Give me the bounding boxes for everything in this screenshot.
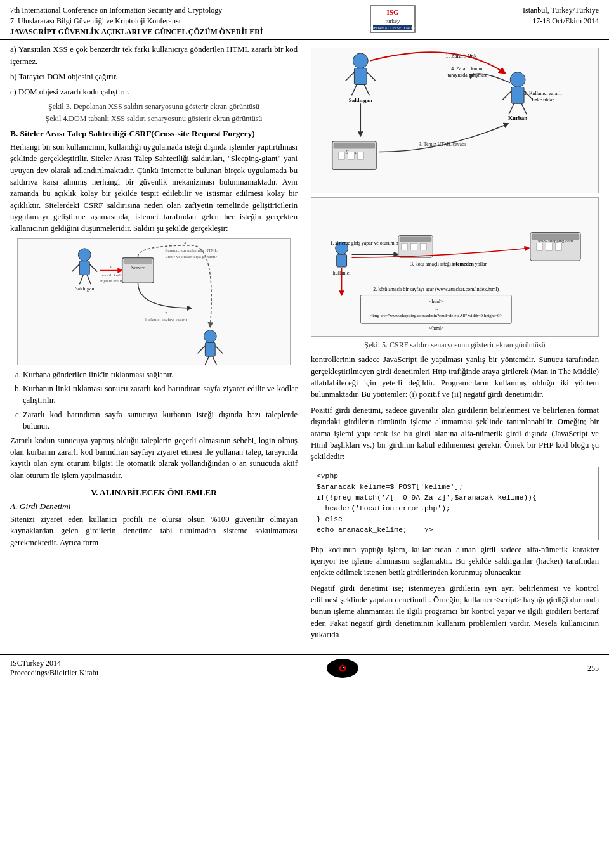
svg-text:enjekte edilir: enjekte edilir [100,278,123,283]
svg-point-5 [79,249,91,261]
right-para2: Pozitif girdi denetimi, sadece güvenilir… [311,405,599,463]
svg-text:3: 3 [184,240,187,245]
svg-rect-17 [124,259,153,264]
csrf-left-diagram: Saldırgan 1 zararlı kod enjekte edilir S… [17,238,290,365]
svg-point-30 [353,53,368,68]
svg-rect-6 [80,261,90,275]
svg-rect-69 [546,243,553,251]
left-column: a) Yansıtılan XSS e çok benzerdir tek fa… [6,40,304,648]
main-content: a) Yansıtılan XSS e çok benzerdir tek fa… [0,40,609,648]
svg-line-34 [351,85,357,96]
svg-rect-53 [357,152,363,160]
csrf-steps-list: Kurbana gönderilen link'in tıklanması sa… [10,369,298,432]
header-right: Istanbul, Turkey/Türkiye 17-18 Oct/Ekim … [523,5,599,27]
svg-text:</html>: </html> [428,325,443,331]
svg-rect-52 [348,152,354,160]
svg-rect-39 [511,87,524,104]
header-logo-area: ISG turkey INFORMATION SECURITY [370,5,416,33]
footer-proceedings-line2: Proceedings/Bildiriler Kitabı [10,668,98,678]
svg-line-40 [502,91,511,100]
svg-line-23 [216,346,223,353]
page-number: 255 [587,664,599,673]
svg-text:Sunucu, kuraçalanmış HTML: Sunucu, kuraçalanmış HTML [166,248,218,252]
subsection-a: A. Girdi Denetimi [10,502,298,512]
svg-text:3. kötü amaçlı isteği istemede: 3. kötü amaçlı isteği istemeden yollar [410,261,487,267]
csrf-right-diagram: kullanıcı 1. sisteme giriş yapar ve otur… [311,197,599,337]
paper-title: JAVASCRİPT GÜVENLİK AÇIKLARI VE GÜNCEL Ç… [10,27,263,37]
svg-point-20 [204,330,217,342]
dates: 17-18 Oct/Ekim 2014 [523,16,599,27]
svg-text:Saldırgan: Saldırgan [349,98,372,104]
svg-text:2: 2 [166,311,168,315]
svg-line-35 [364,85,369,96]
svg-rect-68 [537,243,543,251]
right-para1: kontrollerinin sadece JavaScript ile yap… [311,354,599,400]
svg-point-82 [343,667,344,668]
svg-text:tarayıcıda çalışması: tarayıcıda çalışması [447,72,487,78]
xss-diagram: Saldırgan 1. Zararlı link Kurban 2. Kull… [311,48,599,193]
right-column: Saldırgan 1. Zararlı link Kurban 2. Kull… [304,40,603,648]
svg-text:...: ... [434,306,438,312]
right-para3: Php kodunun yaptığı işlem, kullanıcıdan … [311,544,599,579]
header-left: 7th International Conference on Informat… [10,5,263,37]
svg-rect-62 [402,244,408,250]
step-a: Kurbana gönderilen link'in tıklanması sa… [23,369,298,380]
svg-line-10 [88,275,91,284]
svg-rect-21 [206,342,216,356]
fig3-caption-ref: Şekil 3. Depolanan XSS saldırı senaryosu… [10,102,298,112]
svg-line-22 [198,346,206,353]
svg-rect-50 [334,143,375,149]
svg-rect-64 [421,244,427,250]
location: Istanbul, Turkey/Türkiye [523,5,599,16]
section-b-heading: B. Siteler Arası Talep Sahteciliği-CSRF(… [10,129,298,139]
svg-line-42 [509,104,514,115]
svg-rect-61 [400,237,432,242]
conference-title-line1: 7th International Conference on Informat… [10,5,263,16]
svg-text:INFORMATION SECURITY: INFORMATION SECURITY [370,26,416,30]
svg-text:...: ... [434,320,438,325]
svg-text:3. Temiz HTML cevabı: 3. Temiz HTML cevabı [419,141,466,147]
section-b-intro: Herhangi bir son kullanıcının, kullandığ… [10,141,298,235]
php-code-block: <?php $aranacak_kelime=$_POST['kelime'];… [311,467,599,540]
footer-left-text: ISCTurkey 2014 Proceedings/Bildiriler Ki… [10,659,98,678]
footer-eye-icon [333,663,352,674]
svg-line-9 [80,275,84,284]
footer-proceedings: ISCTurkey 2014 [10,659,98,668]
svg-text:2. kötü amaçlı bir sayfayı aça: 2. kötü amaçlı bir sayfayı açar (www.att… [373,287,499,292]
girdi-denetimi-text: Sitenizi ziyaret eden kullanıcı profili … [10,514,298,548]
svg-text:1: 1 [110,264,112,268]
svg-text:Kurban: Kurban [508,115,527,121]
xss-para-b: b) Tarayıcı DOM objesini çağırır. [10,71,298,82]
svg-text:turkey: turkey [386,18,400,24]
svg-text:zararlı kod: zararlı kod [102,273,121,277]
svg-point-38 [510,72,525,87]
page-footer: ISCTurkey 2014 Proceedings/Bildiriler Ki… [0,654,609,682]
step-b: Kurbanın linki tıklaması sonucu zararlı … [23,383,298,406]
svg-line-8 [90,264,98,271]
fig5-caption: Şekil 5. CSRF saldırı senaryosunu göster… [311,340,599,350]
svg-rect-31 [354,68,367,85]
svg-point-81 [341,666,344,670]
right-para4: Negatif girdi denetimi ise; istenmeyen g… [311,583,599,641]
xss-para-a: a) Yansıtılan XSS e çok benzerdir tek fa… [10,44,298,67]
svg-line-25 [213,356,217,365]
svg-text:ISG: ISG [387,8,399,16]
page-header: 7th International Conference on Informat… [0,0,609,40]
svg-text:Server: Server [131,264,145,270]
svg-rect-51 [339,152,345,160]
svg-rect-70 [556,243,562,251]
csrf-para2: Zararlı kodun sunucuya yapmış olduğu tal… [10,435,298,481]
fig4-caption-ref: Şekil 4.DOM tabanlı XSS saldırı senaryos… [10,114,298,124]
svg-line-32 [346,72,355,81]
step-c: Zararlı kod barındıran sayfa sunucuya ku… [23,409,298,432]
svg-text:kullanıcı sayfayı çağırır: kullanıcı sayfayı çağırır [145,316,187,321]
svg-text:<img src="www.shopping.com/adm: <img src="www.shopping.com/admin?cmd=del… [370,314,502,318]
isg-logo: ISG turkey INFORMATION SECURITY [370,5,416,33]
svg-line-33 [367,72,376,81]
footer-logo [327,659,358,678]
svg-text:üretir ve kullanıcıya gönderir: üretir ve kullanıcıya gönderir [166,254,218,258]
svg-line-43 [521,104,527,115]
svg-text:2. Kullanıcı zararlı: 2. Kullanıcı zararlı [524,91,562,97]
svg-text:4. Zararlı kodun: 4. Zararlı kodun [451,66,483,72]
svg-text:Saldırgan: Saldırgan [75,286,95,292]
